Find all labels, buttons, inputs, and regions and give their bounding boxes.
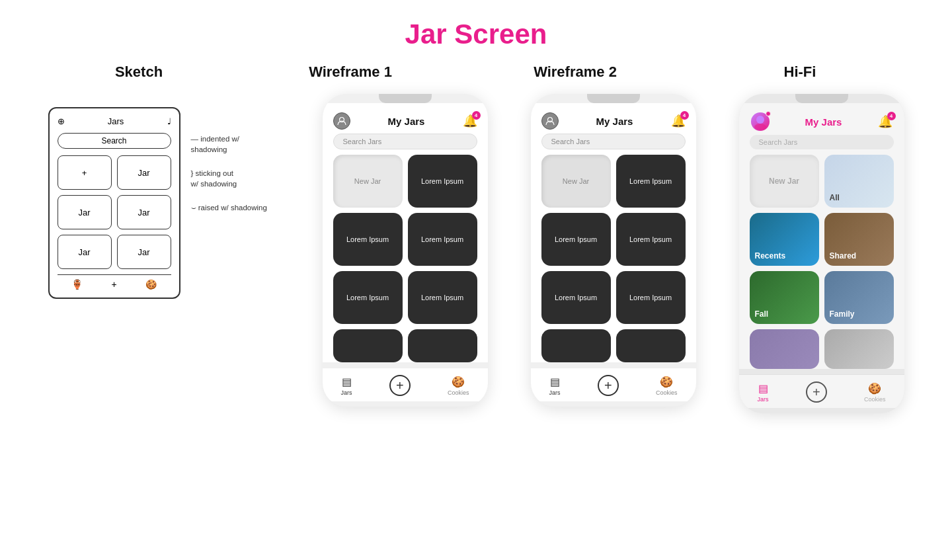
hifi-tab-cookies[interactable]: 🍪 Cookies <box>864 382 886 403</box>
hifi-bell: 🔔 4 <box>878 114 892 129</box>
sketch-bottom-bar: 🏺 + 🍪 <box>58 274 171 290</box>
sketch-annotations: — indented w/shadowing } sticking outw/ … <box>191 134 267 213</box>
wf2-plus-button[interactable]: + <box>598 375 619 396</box>
hifi-jars-label: Jars <box>758 396 769 403</box>
wf2-tab-jars[interactable]: ▤ Jars <box>549 376 561 396</box>
wf2-cell-4[interactable]: Lorem Ipsum <box>616 213 686 266</box>
hifi-bottom-bar: ▤ Jars + 🍪 Cookies <box>739 374 904 408</box>
hifi-tab-jars[interactable]: ▤ Jars <box>758 382 769 403</box>
content-row: ⊕ Jars ♩ Search + Jar Jar Jar Jar <box>0 94 952 413</box>
wf2-cell-3[interactable]: Lorem Ipsum <box>541 213 611 266</box>
wf2-cell-2[interactable]: Lorem Ipsum <box>616 155 686 208</box>
sketch-section: ⊕ Jars ♩ Search + Jar Jar Jar Jar <box>48 107 280 299</box>
sketch-jar-icon: 🏺 <box>71 279 83 290</box>
sketch-cell-jar3[interactable]: Jar <box>117 195 171 229</box>
wf1-new-jar[interactable]: New Jar <box>333 155 403 208</box>
wf1-cookies-label: Cookies <box>448 389 469 396</box>
wf2-cookie-icon: 🍪 <box>660 376 673 388</box>
wf2-cell-8[interactable] <box>616 329 686 362</box>
hifi-cell-extra2[interactable] <box>824 329 894 369</box>
wf1-cookie-icon: 🍪 <box>452 376 465 388</box>
wf1-grid: New Jar Lorem Ipsum Lorem Ipsum Lorem Ip… <box>331 155 480 362</box>
sketch-jars-label: Jars <box>108 116 124 126</box>
hifi-nav-bar: My Jars 🔔 4 <box>747 107 896 135</box>
wf1-bottom-bar: ▤ Jars + 🍪 Cookies <box>323 368 488 401</box>
hifi-cell-recents[interactable]: Recents <box>750 213 819 266</box>
sketch-label: Sketch <box>66 63 212 81</box>
svg-point-3 <box>754 124 766 130</box>
wf1-search-bar[interactable]: Search Jars <box>333 134 477 149</box>
hifi-cell-fall[interactable]: Fall <box>750 271 819 324</box>
wf1-badge: 4 <box>472 111 481 120</box>
wf2-tab-cookies[interactable]: 🍪 Cookies <box>656 376 678 396</box>
wf1-jars-label: Jars <box>341 389 352 396</box>
wf1-cell-4[interactable]: Lorem Ipsum <box>408 213 477 266</box>
sketch-header: ⊕ Jars ♩ <box>58 116 171 126</box>
hifi-cell-extra1[interactable] <box>750 329 819 369</box>
sketch-jar-label5: Jar <box>138 247 149 257</box>
wf2-cell-7[interactable] <box>541 329 611 362</box>
hifi-badge: 4 <box>887 112 896 120</box>
sketch-jar-label: Jar <box>138 168 149 178</box>
sketch-bell-icon: ♩ <box>167 116 171 126</box>
svg-point-2 <box>756 116 764 124</box>
hifi-jar-icon: ▤ <box>758 382 768 395</box>
wf1-avatar <box>333 112 350 130</box>
section-labels: Sketch Wireframe 1 Wireframe 2 Hi-Fi <box>0 63 952 94</box>
sketch-user-icon: ⊕ <box>58 116 65 126</box>
hifi-fall-label: Fall <box>755 309 769 319</box>
wf2-cell-6[interactable]: Lorem Ipsum <box>616 271 686 324</box>
wf1-bell: 🔔 4 <box>463 114 477 128</box>
wf1-jar-icon: ▤ <box>342 376 352 388</box>
hifi-search-bar[interactable]: Search Jars <box>750 135 894 149</box>
wf1-cell-7[interactable] <box>333 329 403 362</box>
hifi-phone: My Jars 🔔 4 Search Jars New Jar <box>739 94 904 413</box>
sketch-cell-jar2[interactable]: Jar <box>58 195 112 229</box>
page-title: Jar Screen <box>0 0 952 63</box>
sketch-cell-jar1[interactable]: Jar <box>117 155 171 190</box>
sketch-phone: ⊕ Jars ♩ Search + Jar Jar Jar Jar <box>48 107 180 299</box>
sketch-jar-label4: Jar <box>78 247 90 257</box>
wf1-cell-2[interactable]: Lorem Ipsum <box>408 155 477 208</box>
wf1-nav-bar: My Jars 🔔 4 <box>331 107 480 134</box>
wf1-plus-button[interactable]: + <box>389 375 411 396</box>
hifi-plus-button[interactable]: + <box>806 381 827 403</box>
sketch-cell-jar5[interactable]: Jar <box>117 235 171 269</box>
wf2-new-jar[interactable]: New Jar <box>541 155 611 208</box>
wf2-bell: 🔔 4 <box>671 114 686 128</box>
hifi-cell-all[interactable]: All <box>824 155 894 208</box>
sketch-cell-plus[interactable]: + <box>58 155 112 190</box>
wf1-title: My Jars <box>388 116 425 127</box>
hifi-cell-family[interactable]: Family <box>824 271 894 324</box>
wf1-tab-jars[interactable]: ▤ Jars <box>341 376 352 396</box>
wf2-badge: 4 <box>680 111 689 120</box>
hifi-label: Hi-Fi <box>714 63 886 81</box>
sketch-plus-icon[interactable]: + <box>111 279 116 290</box>
wf2-jar-icon: ▤ <box>550 376 560 388</box>
wf1-cell-6[interactable]: Lorem Ipsum <box>408 271 477 324</box>
wf2-title: My Jars <box>596 116 633 127</box>
hifi-avatar-wrapper <box>751 112 770 131</box>
wf1-tab-cookies[interactable]: 🍪 Cookies <box>448 376 469 396</box>
wf2-bottom-bar: ▤ Jars + 🍪 Cookies <box>531 368 696 401</box>
hifi-new-jar[interactable]: New Jar <box>750 155 819 208</box>
sketch-grid: + Jar Jar Jar Jar Jar <box>58 155 171 269</box>
wf1-cell-3[interactable]: Lorem Ipsum <box>333 213 403 266</box>
wf2-inner: My Jars 🔔 4 Search Jars New Jar Lorem Ip… <box>531 103 696 362</box>
annotation-3: ⌣ raised w/ shadowing <box>191 202 267 213</box>
hifi-cell-shared[interactable]: Shared <box>824 213 894 266</box>
wf1-cell-5[interactable]: Lorem Ipsum <box>333 271 403 324</box>
hifi-all-label: All <box>830 193 840 202</box>
wf2-nav-bar: My Jars 🔔 4 <box>539 107 688 134</box>
wf2-jars-label: Jars <box>549 389 561 396</box>
plus-icon: + <box>82 168 87 178</box>
sketch-search[interactable]: Search <box>58 133 171 149</box>
wf1-cell-8[interactable] <box>408 329 477 362</box>
wf2-search-bar[interactable]: Search Jars <box>541 134 686 149</box>
hifi-family-label: Family <box>830 309 855 319</box>
hifi-inner: My Jars 🔔 4 Search Jars New Jar <box>739 103 904 369</box>
sketch-cell-jar4[interactable]: Jar <box>58 235 112 269</box>
sketch-cookie-icon: 🍪 <box>145 279 157 290</box>
wf1-inner: My Jars 🔔 4 Search Jars New Jar Lorem Ip… <box>323 103 488 362</box>
wf2-cell-5[interactable]: Lorem Ipsum <box>541 271 611 324</box>
